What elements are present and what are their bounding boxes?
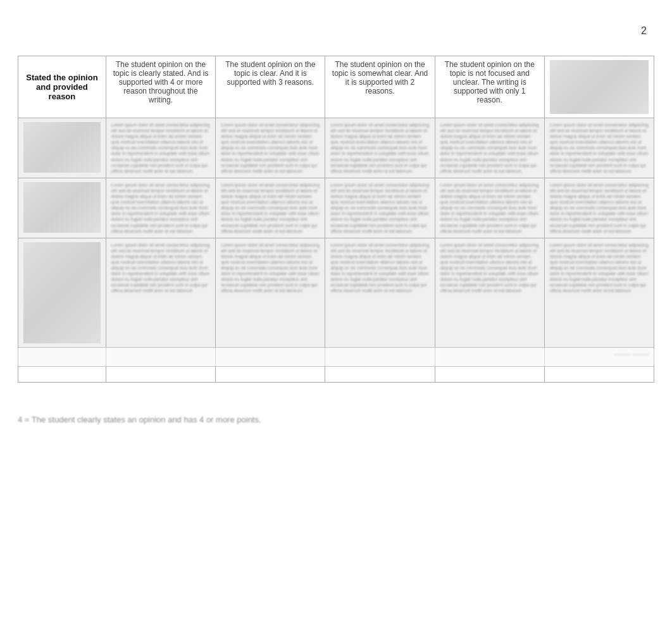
bottom-label-col6 — [544, 366, 654, 382]
score-row: ~~~~~ ~~~~~ — [18, 347, 654, 366]
bottom-label-row — [18, 366, 654, 382]
score-col5 — [435, 347, 544, 366]
row1-col4: Lorem ipsum dolor sit amet consectetur a… — [325, 118, 435, 178]
bottom-label-col4 — [325, 366, 435, 382]
rubric-table: Stated the opinion and provided reason T… — [18, 56, 654, 383]
bottom-label-col3 — [216, 366, 325, 382]
score-col2 — [106, 347, 215, 366]
page-number: 2 — [641, 25, 647, 37]
footer-note: 4 = The student clearly states an opinio… — [18, 415, 261, 424]
bottom-label-col5 — [435, 366, 544, 382]
row1-col5: Lorem ipsum dolor sit amet consectetur a… — [435, 118, 544, 178]
row2-col5: Lorem ipsum dolor sit amet consectetur a… — [435, 178, 544, 238]
score-col3 — [216, 347, 325, 366]
table-row: Lorem ipsum dolor sit amet consectetur a… — [18, 178, 654, 238]
row3-col3: Lorem ipsum dolor sit amet consectetur a… — [216, 238, 325, 347]
col1-header: Stated the opinion and provided reason — [18, 56, 106, 118]
row1-col3: Lorem ipsum dolor sit amet consectetur a… — [216, 118, 325, 178]
row3-label — [18, 238, 106, 347]
row3-col4: Lorem ipsum dolor sit amet consectetur a… — [325, 238, 435, 347]
col5-header: The student opinion on the topic is not … — [435, 56, 544, 118]
score-col6: ~~~~~ ~~~~~ — [544, 347, 654, 366]
row1-col6: Lorem ipsum dolor sit amet consectetur a… — [544, 118, 654, 178]
row1-label — [18, 118, 106, 178]
col2-header: The student opinion on the topic is clea… — [106, 56, 215, 118]
score-col4 — [325, 347, 435, 366]
row3-col5: Lorem ipsum dolor sit amet consectetur a… — [435, 238, 544, 347]
row2-label — [18, 178, 106, 238]
col3-header: The student opinion on the topic is clea… — [216, 56, 325, 118]
bottom-label-col1 — [18, 366, 106, 382]
row1-col2: Lorem ipsum dolor sit amet consectetur a… — [106, 118, 215, 178]
row2-col3: Lorem ipsum dolor sit amet consectetur a… — [216, 178, 325, 238]
bottom-label-col2 — [106, 366, 215, 382]
row2-col2: Lorem ipsum dolor sit amet consectetur a… — [106, 178, 215, 238]
col4-header: The student opinion on the topic is some… — [325, 56, 435, 118]
table-row: Lorem ipsum dolor sit amet consectetur a… — [18, 118, 654, 178]
table-row: Lorem ipsum dolor sit amet consectetur a… — [18, 238, 654, 347]
row2-col4: Lorem ipsum dolor sit amet consectetur a… — [325, 178, 435, 238]
row2-col6: Lorem ipsum dolor sit amet consectetur a… — [544, 178, 654, 238]
row3-col6: Lorem ipsum dolor sit amet consectetur a… — [544, 238, 654, 347]
score-label — [18, 347, 106, 366]
row3-col2: Lorem ipsum dolor sit amet consectetur a… — [106, 238, 215, 347]
col6-header — [544, 56, 654, 118]
